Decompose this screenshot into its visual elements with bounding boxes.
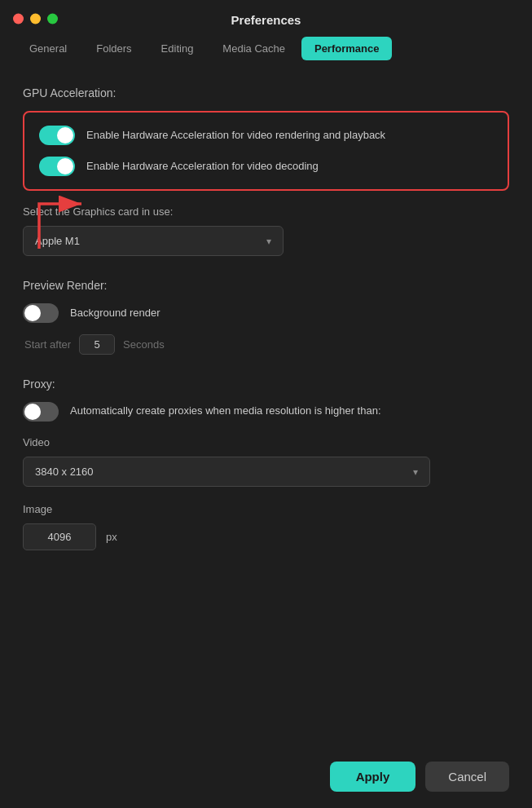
tab-general[interactable]: General: [16, 37, 80, 60]
chevron-down-icon-2: ▾: [413, 466, 418, 478]
hardware-accel-rendering-label: Enable Hardware Acceleration for video r…: [86, 128, 385, 143]
tab-media-cache[interactable]: Media Cache: [209, 37, 298, 60]
start-after-row: Start after Seconds: [23, 334, 509, 355]
auto-proxy-label: Automatically create proxies when media …: [70, 402, 381, 418]
background-render-label: Background render: [70, 306, 160, 320]
preview-render-title: Preview Render:: [23, 279, 509, 292]
close-button[interactable]: [13, 13, 24, 24]
tab-performance[interactable]: Performance: [301, 37, 392, 60]
start-after-label: Start after: [24, 338, 71, 351]
start-after-input[interactable]: [79, 334, 115, 355]
graphics-card-label: Select the Graphics card in use:: [23, 205, 509, 218]
image-size-input[interactable]: [23, 523, 96, 550]
proxy-title: Proxy:: [23, 378, 509, 391]
content-area: GPU Acceleration: Enable Hardware Accele…: [0, 73, 532, 586]
hardware-accel-rendering-toggle[interactable]: [39, 126, 75, 145]
px-label: px: [106, 531, 117, 543]
seconds-label: Seconds: [123, 338, 165, 351]
graphics-card-value: Apple M1: [35, 235, 80, 247]
chevron-down-icon: ▾: [266, 236, 271, 247]
hardware-accel-rendering-row: Enable Hardware Acceleration for video r…: [39, 126, 493, 145]
video-resolution-dropdown[interactable]: 3840 x 2160 ▾: [23, 457, 430, 487]
preview-render-section: Preview Render: Background render Start …: [23, 279, 509, 355]
window-title: Preferences: [231, 13, 301, 27]
tab-bar: General Folders Editing Media Cache Perf…: [0, 37, 532, 73]
title-bar: Preferences: [0, 0, 532, 37]
auto-proxy-toggle[interactable]: [23, 402, 59, 422]
hardware-accel-decoding-row: Enable Hardware Acceleration for video d…: [39, 157, 493, 176]
gpu-acceleration-box: Enable Hardware Acceleration for video r…: [23, 111, 509, 191]
proxy-section: Proxy: Automatically create proxies when…: [23, 378, 509, 550]
tab-editing[interactable]: Editing: [148, 37, 207, 60]
background-render-row: Background render: [23, 303, 509, 323]
background-render-toggle[interactable]: [23, 303, 59, 323]
video-resolution-value: 3840 x 2160: [35, 466, 94, 478]
auto-proxy-row: Automatically create proxies when media …: [23, 402, 509, 422]
window-controls: [13, 13, 58, 24]
tab-folders[interactable]: Folders: [83, 37, 144, 60]
bottom-bar: Apply Cancel: [0, 745, 532, 808]
gpu-section-title: GPU Acceleration:: [23, 86, 509, 99]
hardware-accel-decoding-toggle[interactable]: [39, 157, 75, 176]
hardware-accel-decoding-label: Enable Hardware Acceleration for video d…: [86, 159, 319, 174]
image-label: Image: [23, 503, 509, 515]
maximize-button[interactable]: [47, 13, 58, 24]
apply-button[interactable]: Apply: [330, 762, 416, 792]
image-size-row: px: [23, 523, 509, 550]
cancel-button[interactable]: Cancel: [425, 762, 509, 792]
graphics-card-dropdown[interactable]: Apple M1 ▾: [23, 226, 284, 256]
minimize-button[interactable]: [30, 13, 41, 24]
video-label: Video: [23, 436, 509, 448]
